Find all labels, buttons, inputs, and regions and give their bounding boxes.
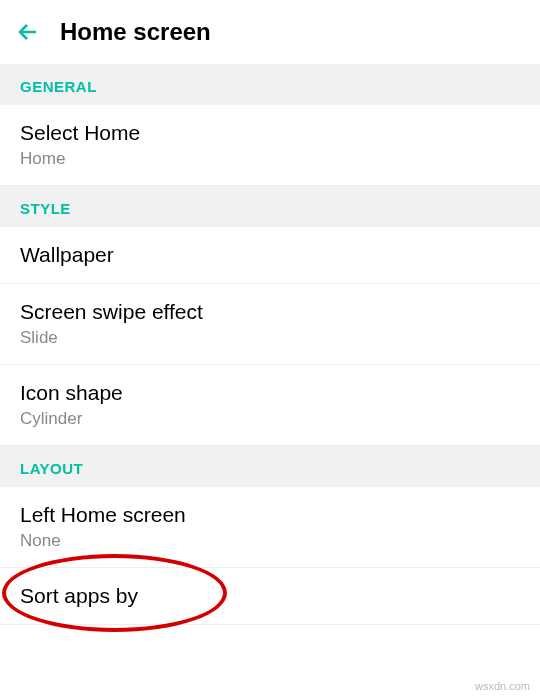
item-title: Left Home screen <box>20 503 520 527</box>
item-icon-shape[interactable]: Icon shape Cylinder <box>0 365 540 446</box>
item-title: Icon shape <box>20 381 520 405</box>
item-title: Wallpaper <box>20 243 520 267</box>
section-header-general: GENERAL <box>0 64 540 105</box>
item-screen-swipe-effect[interactable]: Screen swipe effect Slide <box>0 284 540 365</box>
item-title: Sort apps by <box>20 584 520 608</box>
item-wallpaper[interactable]: Wallpaper <box>0 227 540 284</box>
item-left-home-screen[interactable]: Left Home screen None <box>0 487 540 568</box>
item-title: Select Home <box>20 121 520 145</box>
item-sort-apps-by[interactable]: Sort apps by <box>0 568 540 625</box>
item-subtitle: Slide <box>20 328 520 348</box>
item-subtitle: None <box>20 531 520 551</box>
back-icon[interactable] <box>16 20 40 44</box>
page-title: Home screen <box>60 18 211 46</box>
section-header-style: STYLE <box>0 186 540 227</box>
item-subtitle: Cylinder <box>20 409 520 429</box>
section-header-layout: LAYOUT <box>0 446 540 487</box>
item-title: Screen swipe effect <box>20 300 520 324</box>
watermark: wsxdn.com <box>475 680 530 692</box>
item-select-home[interactable]: Select Home Home <box>0 105 540 186</box>
item-subtitle: Home <box>20 149 520 169</box>
app-header: Home screen <box>0 0 540 64</box>
